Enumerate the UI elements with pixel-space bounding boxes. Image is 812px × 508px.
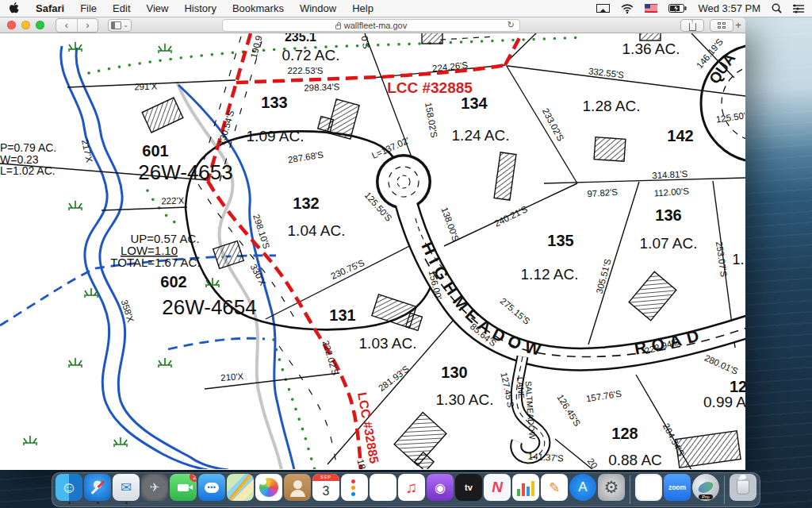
- close-window-button[interactable]: [7, 21, 16, 29]
- maps-icon[interactable]: [227, 474, 254, 506]
- parcel-map[interactable]: HIGHMEADOW ROAD 60126: [0, 33, 745, 469]
- podcasts-icon[interactable]: ◉: [427, 474, 454, 506]
- reload-icon[interactable]: ↻: [508, 20, 515, 30]
- map-label: TOTAL=1.67 AC.: [110, 256, 200, 269]
- chevron-down-icon: ⌄: [123, 21, 128, 29]
- launchpad-icon[interactable]: ✈: [141, 474, 168, 506]
- map-label: 157.76'S: [585, 389, 622, 404]
- map-label: 126.45'S: [555, 393, 582, 429]
- news-icon[interactable]: N: [484, 474, 511, 506]
- map-label: 275.15'S: [498, 296, 531, 326]
- messages-icon[interactable]: •••: [198, 474, 225, 506]
- map-label: 280.01'S: [703, 353, 740, 376]
- forward-button[interactable]: ›: [77, 19, 98, 32]
- map-label: 314.81'S: [652, 169, 688, 180]
- contacts-icon[interactable]: [284, 474, 311, 506]
- battery-icon[interactable]: [668, 4, 687, 13]
- map-label: 0.99 A: [703, 394, 745, 410]
- map-label: 135: [547, 232, 573, 249]
- finder-icon[interactable]: ☺: [56, 474, 82, 506]
- safari-window: ‹ › ⌄ wallfleet-ma.gov ↻ +: [0, 17, 745, 470]
- map-label: 330'X: [248, 262, 267, 287]
- map-label: 97.82'S: [587, 187, 619, 199]
- menu-clock[interactable]: Wed 3:57 PM: [698, 2, 760, 14]
- map-label: 26W-4653: [138, 160, 233, 184]
- menu-item-history[interactable]: History: [176, 2, 224, 14]
- google-earth-pro-icon[interactable]: Pro: [692, 474, 719, 506]
- map-label: 125.50': [715, 110, 745, 124]
- map-label: 1.: [732, 252, 744, 267]
- map-label: 20: [586, 456, 599, 469]
- menu-item-bookmarks[interactable]: Bookmarks: [224, 2, 292, 14]
- map-label: 1.24 AC.: [452, 127, 510, 144]
- map-label: 235.1: [285, 33, 316, 44]
- zoom-icon[interactable]: zoom: [664, 474, 691, 506]
- notification-center-icon[interactable]: [793, 4, 804, 13]
- share-button[interactable]: [680, 19, 704, 32]
- menu-bar: SafariFileEditViewHistoryBookmarksWindow…: [0, 0, 812, 17]
- running-indicator: [125, 502, 128, 504]
- menu-item-file[interactable]: File: [72, 2, 105, 14]
- mail-icon[interactable]: ✉: [113, 474, 140, 506]
- map-label: 142: [667, 127, 693, 144]
- spotlight-search-icon[interactable]: [772, 3, 782, 13]
- apple-tv-icon[interactable]: tv: [455, 474, 482, 506]
- notes-icon[interactable]: [370, 474, 396, 506]
- screenshot-file-icon[interactable]: [635, 474, 662, 506]
- notification-badge: 2: [190, 474, 197, 482]
- safari-toolbar: ‹ › ⌄ wallfleet-ma.gov ↻ +: [0, 17, 745, 33]
- map-label: 601: [142, 142, 168, 160]
- url-text: wallfleet-ma.gov: [344, 21, 407, 30]
- apple-menu[interactable]: [0, 2, 28, 14]
- map-label: 158.02'S: [423, 102, 439, 139]
- pages-icon[interactable]: ✎: [541, 474, 568, 506]
- apple-logo-icon: [10, 2, 20, 14]
- map-label: 131: [329, 306, 355, 324]
- map-label: 253.07'S: [714, 241, 729, 278]
- system-preferences-icon[interactable]: ⚙: [598, 474, 625, 506]
- map-label: 298.34'S: [304, 82, 340, 93]
- address-bar[interactable]: wallfleet-ma.gov ↻: [222, 19, 520, 32]
- running-indicator: [97, 502, 99, 504]
- calendar-icon[interactable]: SEP3: [312, 474, 339, 506]
- menu-item-safari[interactable]: Safari: [28, 2, 72, 14]
- facetime-icon[interactable]: 2: [170, 474, 197, 506]
- map-label: 1.09 AC.: [247, 128, 304, 144]
- trash-icon[interactable]: [730, 474, 756, 506]
- numbers-icon[interactable]: [512, 474, 539, 506]
- sidebar-toggle-button[interactable]: ⌄: [108, 19, 132, 32]
- map-label: 26W-4654: [162, 295, 257, 319]
- reminders-icon[interactable]: [341, 474, 368, 506]
- menu-item-help[interactable]: Help: [344, 2, 381, 14]
- map-label: 222.53'S: [287, 66, 323, 75]
- tab-overview-button[interactable]: [710, 19, 733, 32]
- map-label: 128: [611, 425, 638, 442]
- map-label: 1.12 AC.: [521, 266, 579, 283]
- map-label: 210'X: [220, 371, 244, 383]
- menu-item-window[interactable]: Window: [292, 2, 344, 14]
- music-icon[interactable]: ♫: [398, 474, 425, 506]
- wifi-icon[interactable]: [621, 4, 634, 13]
- photos-icon[interactable]: [255, 474, 282, 506]
- map-label: 132: [293, 194, 319, 212]
- back-button[interactable]: ‹: [56, 19, 77, 32]
- map-label: 138.00'S: [439, 206, 461, 243]
- map-label: LCC #32885: [387, 79, 473, 96]
- map-label: 217'X: [80, 139, 94, 164]
- map-label: 18: [355, 458, 367, 469]
- menu-item-edit[interactable]: Edit: [105, 2, 138, 14]
- map-labels: 60126W-465360226W-4654235.10.72 AC.222.5…: [0, 33, 745, 469]
- screen-mirroring-icon[interactable]: [596, 4, 610, 13]
- map-label: 222.02'S: [321, 340, 341, 377]
- safari-icon[interactable]: [84, 474, 111, 506]
- zoom-window-button[interactable]: [36, 21, 44, 29]
- page-content[interactable]: HIGHMEADOW ROAD 60126: [0, 33, 745, 469]
- menu-item-view[interactable]: View: [139, 2, 177, 14]
- map-label: 233.02'S: [541, 106, 566, 143]
- map-label: 1.03 AC.: [359, 335, 417, 352]
- menu-items: SafariFileEditViewHistoryBookmarksWindow…: [28, 2, 381, 14]
- new-tab-button[interactable]: +: [733, 19, 744, 31]
- minimize-window-button[interactable]: [21, 21, 30, 29]
- app-store-icon[interactable]: A: [569, 474, 596, 506]
- input-source-flag-icon[interactable]: [645, 4, 657, 13]
